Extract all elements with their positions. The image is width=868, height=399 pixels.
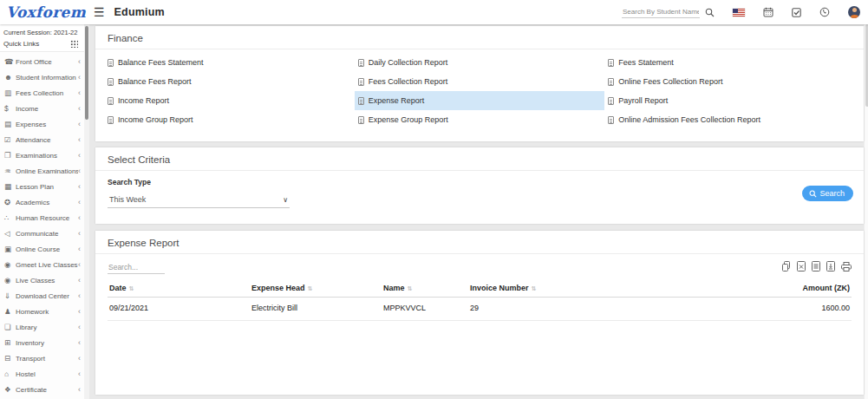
finance-link-income-group-report[interactable]: Income Group Report (104, 110, 355, 129)
column-header-expense-head[interactable]: Expense Head⇅ (250, 279, 382, 298)
sidebar-item-homework[interactable]: ♟Homework‹ (0, 304, 84, 319)
sidebar-scrollbar-thumb[interactable] (85, 26, 88, 120)
finance-link-expense-report[interactable]: Expense Report (355, 91, 605, 110)
file-icon (608, 78, 614, 86)
page-scrollbar-thumb[interactable] (865, 24, 868, 107)
finance-link-fees-collection-report[interactable]: Fees Collection Report (355, 72, 605, 91)
sidebar-scrollbar[interactable] (84, 24, 89, 399)
calendar-icon[interactable] (763, 7, 773, 17)
finance-link-daily-collection-report[interactable]: Daily Collection Report (355, 53, 605, 72)
excel-icon[interactable] (797, 261, 806, 271)
pdf-icon[interactable] (826, 261, 835, 271)
megaphone-icon: ◁ (4, 229, 16, 238)
search-type-select[interactable]: This Week ∨ (108, 193, 290, 208)
sidebar-item-income[interactable]: $Income‹ (0, 101, 84, 116)
finance-link-income-report[interactable]: Income Report (104, 91, 355, 110)
sidebar-item-expenses[interactable]: ▤Expenses‹ (0, 116, 84, 132)
sidebar-item-front-office[interactable]: ☎Front Office‹ (0, 54, 84, 69)
finance-link-balance-fees-statement[interactable]: Balance Fees Statement (104, 53, 355, 72)
column-header-amount-zk-: Amount (ZK) (720, 279, 852, 298)
hostel-icon: ⌂ (4, 370, 16, 378)
csv-icon[interactable] (812, 261, 820, 271)
sidebar-item-label: Examinations (16, 152, 78, 160)
sidebar-item-label: Lesson Plan (16, 183, 78, 191)
search-button[interactable]: Search (802, 186, 853, 201)
search-type-value: This Week (109, 195, 146, 204)
sidebar-item-online-examinations[interactable]: ♒Online Examinations‹ (0, 163, 84, 179)
sidebar-item-online-course[interactable]: ▣Online Course‹ (0, 241, 84, 257)
us-flag-icon[interactable] (733, 9, 745, 16)
file-icon (358, 97, 364, 105)
chevron-left-icon: ‹ (78, 74, 81, 82)
sort-icon: ⇅ (532, 285, 537, 291)
sidebar-item-examinations[interactable]: ❐Examinations‹ (0, 147, 84, 163)
chevron-down-icon: ∨ (283, 196, 288, 204)
sidebar-item-label: Download Center (16, 292, 78, 300)
table-cell: Electricity Bill (250, 298, 382, 321)
finance-link-label: Online Fees Collection Report (618, 77, 722, 86)
chevron-left-icon: ‹ (78, 355, 81, 363)
sidebar-item-human-resource[interactable]: ∴Human Resource‹ (0, 210, 84, 226)
finance-link-online-admission-fees-collection-report[interactable]: Online Admission Fees Collection Report (604, 110, 855, 129)
sidebar-item-gmeet-live-classes[interactable]: ◉Gmeet Live Classes‹ (0, 257, 84, 272)
sidebar-item-lesson-plan[interactable]: ▦Lesson Plan‹ (0, 179, 84, 194)
chevron-left-icon: ‹ (78, 152, 81, 160)
chevron-left-icon: ‹ (78, 292, 81, 300)
search-icon[interactable] (705, 8, 715, 17)
wallet-icon: ▤ (4, 120, 16, 128)
hamburger-menu-icon[interactable]: ☰ (94, 6, 105, 18)
sidebar-item-label: Front Office (16, 58, 78, 66)
sidebar-item-label: Expenses (16, 121, 78, 128)
sitemap-icon: ∴ (4, 213, 16, 222)
finance-link-label: Expense Report (369, 96, 425, 105)
user-avatar[interactable] (848, 6, 868, 18)
table-search-input[interactable] (108, 261, 165, 274)
finance-link-fees-statement[interactable]: Fees Statement (604, 53, 855, 72)
finance-link-balance-fees-report[interactable]: Balance Fees Report (104, 72, 355, 91)
sidebar-item-library[interactable]: ❏Library‹ (0, 319, 84, 335)
finance-link-payroll-report[interactable]: Payroll Report (604, 91, 855, 110)
sidebar-item-inventory[interactable]: ⊞Inventory‹ (0, 335, 84, 350)
sidebar-item-certificate[interactable]: ❖Certificate‹ (0, 382, 84, 397)
current-session-label: Current Session: 2021-22 (3, 29, 81, 36)
video-camera-icon: ◉ (4, 260, 16, 269)
sidebar-item-hostel[interactable]: ⌂Hostel‹ (0, 366, 84, 382)
sidebar-item-label: Communicate (16, 230, 78, 238)
chevron-left-icon: ‹ (78, 230, 81, 238)
table-icon: ▦ (4, 182, 16, 191)
column-header-name[interactable]: Name⇅ (382, 279, 468, 298)
quick-links-grid-icon[interactable] (70, 40, 78, 48)
sidebar-item-attendance[interactable]: ☑Attendance‹ (0, 132, 84, 147)
sidebar-item-live-classes[interactable]: ◉Live Classes‹ (0, 272, 84, 288)
copy-icon[interactable] (781, 261, 791, 271)
table-header-row: Date⇅Expense Head⇅Name⇅Invoice Number⇅Am… (108, 279, 852, 298)
select-criteria-title: Select Criteria (95, 147, 864, 171)
tasks-icon[interactable] (792, 8, 801, 17)
graduation-cap-icon: ✪ (4, 198, 16, 206)
sidebar-item-label: Transport (16, 355, 78, 363)
sidebar-item-download-center[interactable]: ⇓Download Center‹ (0, 288, 84, 304)
page-scrollbar[interactable] (864, 24, 868, 399)
sidebar-item-student-information[interactable]: ☻Student Information‹ (0, 69, 84, 85)
table-cell: 09/21/2021 (108, 298, 250, 321)
column-header-invoice-number[interactable]: Invoice Number⇅ (468, 279, 720, 298)
print-icon[interactable] (841, 262, 852, 271)
column-header-date[interactable]: Date⇅ (108, 279, 250, 298)
expense-report-title: Expense Report (95, 231, 864, 254)
student-search-input[interactable] (622, 6, 700, 18)
sidebar-item-label: Income (16, 105, 78, 113)
finance-link-label: Daily Collection Report (369, 58, 448, 67)
search-type-label: Search Type (108, 178, 852, 186)
whatsapp-icon[interactable] (819, 7, 830, 17)
finance-link-expense-group-report[interactable]: Expense Group Report (355, 110, 605, 129)
sidebar-item-fees-collection[interactable]: ▥Fees Collection‹ (0, 85, 84, 101)
finance-link-online-fees-collection-report[interactable]: Online Fees Collection Report (604, 72, 855, 91)
sidebar-item-academics[interactable]: ✪Academics‹ (0, 194, 84, 210)
finance-link-label: Fees Statement (618, 58, 674, 67)
expense-report-card: Expense Report Date⇅Expense Head⇅Name⇅In… (95, 231, 864, 395)
chevron-left-icon: ‹ (78, 261, 81, 269)
sidebar-item-communicate[interactable]: ◁Communicate‹ (0, 226, 84, 241)
sidebar-item-transport[interactable]: ⊟Transport‹ (0, 350, 84, 366)
search-button-label: Search (819, 189, 845, 198)
sidebar-item-label: Gmeet Live Classes (16, 261, 78, 269)
